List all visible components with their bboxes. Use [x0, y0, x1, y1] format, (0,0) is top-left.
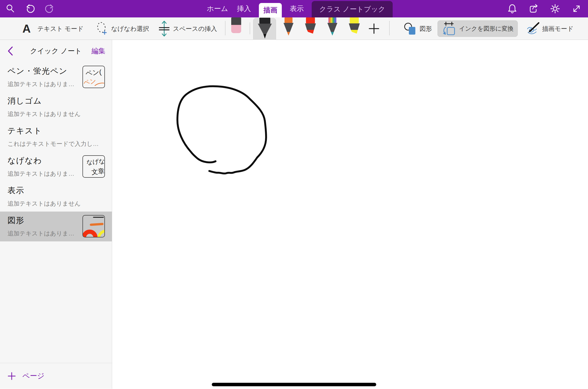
lasso-select-button[interactable]: [96, 17, 109, 40]
share-icon: [528, 3, 539, 14]
hand-drawn-circle-ink[interactable]: [112, 40, 588, 389]
top-bar: ホーム 挿入 描画 表示 クラス ノートブック: [0, 0, 588, 17]
page-list-sidebar: クイック ノート 編集 ペン・蛍光ペン 追加テキストはありま… ペン( ペン 消…: [0, 40, 112, 389]
page-subtitle: 追加テキストはありません: [7, 110, 112, 118]
onenote-app: ホーム 挿入 描画 表示 クラス ノートブック A テキスト: [0, 0, 588, 389]
undo-icon: [24, 3, 36, 14]
page-row-shapes[interactable]: 図形 追加テキストはありま…: [0, 212, 112, 241]
insert-space-button[interactable]: [158, 17, 170, 40]
eraser-tip: [231, 25, 241, 33]
text-mode-label-wrap[interactable]: テキスト モード: [37, 17, 83, 40]
page-subtitle: 追加テキストはありません: [7, 200, 112, 208]
shapes-icon: [404, 22, 417, 36]
edit-button[interactable]: 編集: [91, 40, 105, 62]
drawing-canvas[interactable]: [112, 40, 588, 389]
text-mode-button[interactable]: A: [22, 17, 31, 40]
page-row-text[interactable]: テキスト これはテキストモードで入力し…: [0, 122, 112, 152]
lasso-icon: [96, 21, 109, 36]
tab-draw[interactable]: 描画: [259, 3, 282, 17]
plus-icon: [368, 23, 380, 34]
page-row-pen[interactable]: ペン・蛍光ペン 追加テキストはありま… ペン( ペン: [0, 62, 112, 92]
notifications-button[interactable]: [505, 3, 519, 14]
add-page-label: ページ: [22, 371, 44, 381]
thumb-ink-stroke: [83, 66, 104, 88]
gear-icon: [550, 3, 560, 14]
shapes-label: 図形: [420, 25, 432, 33]
bell-icon: [507, 3, 517, 14]
redo-icon: [44, 3, 56, 14]
eraser-body: [231, 17, 241, 25]
page-thumbnail-shapes: [82, 215, 105, 237]
ribbon-separator-2: [389, 21, 390, 35]
redo-button[interactable]: [43, 0, 57, 17]
insert-space-label-wrap[interactable]: スペースの挿入: [173, 17, 217, 40]
fullscreen-button[interactable]: [570, 4, 584, 14]
insert-space-icon: [158, 20, 170, 37]
page-title: 表示: [7, 185, 112, 196]
red-highlighter[interactable]: [303, 17, 317, 34]
page-row-lasso[interactable]: なげなわ 追加テキストはありま… なげな 文章: [0, 152, 112, 182]
sidebar-header: クイック ノート 編集: [0, 40, 112, 62]
main-area: クイック ノート 編集 ペン・蛍光ペン 追加テキストはありま… ペン( ペン 消…: [0, 40, 588, 389]
plus-icon: [7, 372, 16, 380]
orange-pen[interactable]: [282, 17, 295, 36]
text-mode-icon: A: [22, 22, 31, 35]
thumb-shape-strokes: [83, 216, 104, 237]
page-thumbnail-lasso: なげな 文章: [82, 155, 105, 178]
ink-to-shape-button[interactable]: インクを図形に変換: [438, 20, 518, 37]
draw-mode-button[interactable]: [526, 17, 540, 40]
home-indicator[interactable]: [212, 383, 376, 386]
shapes-label-wrap[interactable]: 図形: [420, 17, 432, 40]
ink-to-shape-label: インクを図形に変換: [459, 25, 514, 33]
search-button[interactable]: [3, 0, 17, 17]
top-right-actions: [505, 0, 584, 17]
page-title: テキスト: [7, 125, 112, 136]
insert-space-label: スペースの挿入: [173, 25, 217, 33]
text-mode-label: テキスト モード: [37, 25, 83, 33]
lasso-label: なげなわ選択: [111, 25, 149, 33]
eraser-tool[interactable]: [231, 17, 241, 33]
add-pen-button[interactable]: [368, 17, 380, 40]
undo-button[interactable]: [23, 0, 37, 17]
ribbon-separator: [225, 21, 225, 35]
draw-mode-icon: [526, 21, 540, 36]
page-title: 消しゴム: [7, 96, 112, 107]
settings-button[interactable]: [548, 3, 562, 14]
tab-class-notebook[interactable]: クラス ノートブック: [312, 1, 393, 17]
page-thumbnail-pen: ペン( ペン: [82, 66, 105, 88]
expand-icon: [572, 4, 582, 14]
lasso-label-wrap[interactable]: なげなわ選択: [111, 17, 149, 40]
rainbow-pen[interactable]: [325, 17, 339, 36]
thumb-ink-line2: 文章: [91, 167, 105, 176]
add-page-button[interactable]: ページ: [0, 363, 112, 389]
tab-view[interactable]: 表示: [285, 0, 308, 17]
thumb-ink-line1: なげな: [86, 157, 105, 166]
pen-separator: [250, 22, 250, 34]
ink-to-shape-icon: [442, 21, 455, 36]
draw-ribbon: A テキスト モード なげなわ選択 スペースの挿入: [0, 17, 588, 40]
share-button[interactable]: [527, 3, 541, 14]
tab-home[interactable]: ホーム: [202, 0, 232, 17]
draw-mode-label: 描画モード: [542, 25, 574, 33]
ribbon-tabs: ホーム 挿入 描画 表示 クラス ノートブック: [202, 0, 393, 17]
yellow-highlighter[interactable]: [347, 17, 361, 34]
page-row-view[interactable]: 表示 追加テキストはありません: [0, 182, 112, 212]
page-row-eraser[interactable]: 消しゴム 追加テキストはありません: [0, 92, 112, 122]
tab-insert[interactable]: 挿入: [232, 0, 255, 17]
draw-mode-label-wrap[interactable]: 描画モード: [542, 17, 574, 40]
page-subtitle: これはテキストモードで入力し…: [7, 140, 112, 148]
search-icon: [5, 4, 15, 14]
shapes-button[interactable]: [404, 17, 417, 40]
black-pen-icon: [256, 18, 274, 39]
